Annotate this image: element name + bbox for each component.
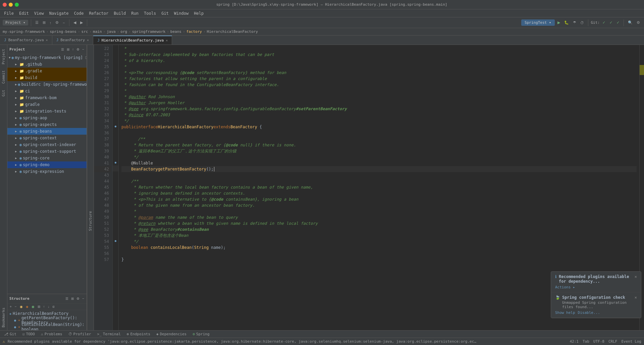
bc-beans[interactable]: beans — [170, 29, 181, 34]
struct-add[interactable]: + — [9, 304, 13, 309]
git-push[interactable]: ✓ — [615, 20, 621, 25]
tree-item-buildsrc[interactable]: ▶ ◉ buildSrc [my-spring-framework.buildS… — [7, 81, 87, 88]
tree-item-spring-core[interactable]: ▶ ◉ spring-core — [7, 155, 87, 161]
tree-item-spring-beans[interactable]: ▶ ◉ spring-beans — [7, 128, 87, 135]
tab-close-3[interactable]: ✕ — [166, 39, 168, 42]
menu-tools[interactable]: Tools — [141, 10, 159, 16]
project-toolbar-settings[interactable]: ⚙ — [75, 47, 80, 52]
tree-item-ci[interactable]: ▶ 📁 ci — [7, 88, 87, 94]
bc-springframework[interactable]: springframework — [132, 29, 165, 34]
status-encoding[interactable]: UTF-8 — [593, 339, 604, 344]
menu-navigate[interactable]: Navigate — [47, 10, 71, 16]
project-dropdown[interactable]: Project ▾ — [3, 20, 28, 25]
side-tab-commit[interactable]: Commit — [0, 68, 7, 86]
toolbar-btn-2[interactable]: ⊞ — [41, 20, 47, 25]
bc-factory[interactable]: factory — [186, 29, 202, 34]
git-check[interactable]: ✓ — [601, 20, 607, 25]
tree-item-integration-tests[interactable]: ▶ 📁 integration-tests — [7, 108, 87, 115]
notif-spring-close[interactable]: ✕ — [635, 295, 637, 300]
root-arrow[interactable]: ▼ — [9, 56, 10, 59]
tool-spring[interactable]: ⚙ Spring — [190, 332, 212, 337]
run-button[interactable]: ▶ — [556, 20, 561, 25]
integration-arrow[interactable]: ▶ — [15, 110, 18, 113]
tool-profiler[interactable]: ⏱ Profiler — [66, 332, 94, 337]
tool-problems[interactable]: ⚠ Problems — [38, 332, 65, 337]
toolbar-back[interactable]: ◀ — [72, 20, 77, 25]
tree-item-spring-aop[interactable]: ▶ ◉ spring-aop — [7, 115, 87, 121]
status-event-log[interactable]: Event Log — [621, 339, 641, 344]
tab-close-2[interactable]: ✕ — [87, 38, 89, 42]
project-toolbar-layout[interactable]: ☰ — [60, 47, 65, 52]
tree-item-spring-expression[interactable]: ▶ ◉ spring-expression — [7, 168, 87, 175]
tree-item-gradle-hidden[interactable]: ▶ 📁 .gradle — [7, 68, 87, 74]
tab-beanfactory[interactable]: J BeanFactory ✕ — [52, 36, 94, 45]
notif-show-help[interactable]: Show help — [555, 310, 575, 315]
bc-module[interactable]: spring-beans — [50, 29, 76, 34]
notif-actions-link[interactable]: Actions ▸ — [555, 285, 575, 289]
spring-aspects-arrow[interactable]: ▶ — [15, 123, 18, 126]
tool-dependencies[interactable]: ◈ Dependencies — [154, 332, 189, 337]
tab-hierarchicalbeanfactory[interactable]: J HierarchicalBeanFactory.java ✕ — [93, 36, 172, 45]
menu-view[interactable]: View — [32, 10, 47, 16]
git-branch[interactable]: ✓ — [608, 20, 614, 25]
project-toolbar-collapse[interactable]: ↑ — [71, 47, 75, 52]
tree-item-github[interactable]: ▶ 📁 .github — [7, 61, 87, 68]
menu-edit[interactable]: Edit — [16, 10, 32, 16]
spring-cs-arrow[interactable]: ▶ — [15, 150, 18, 153]
spring-test-dropdown[interactable]: SpringTest ▾ — [521, 19, 554, 26]
spring-core-arrow[interactable]: ▶ — [15, 156, 18, 160]
struct-btn7[interactable]: α — [52, 304, 56, 309]
spring-context-arrow[interactable]: ▶ — [15, 136, 18, 140]
tree-item-spring-demo[interactable]: ▶ ◉ spring-demo — [7, 161, 87, 168]
menu-git[interactable]: Git — [159, 10, 171, 16]
gradle-hidden-arrow[interactable]: ▶ — [15, 69, 18, 73]
structure-side-tab[interactable]: Structure — [87, 45, 94, 330]
tree-item-spring-context-indexer[interactable]: ▶ ◉ spring-context-indexer — [7, 141, 87, 148]
search-everywhere[interactable]: 🔍 — [627, 20, 634, 25]
bc-file[interactable]: HierarchicalBeanFactory — [207, 29, 258, 34]
tree-item-framework-bom[interactable]: ▶ 📁 framework-bom — [7, 94, 87, 101]
minimize-icon[interactable] — [9, 3, 13, 7]
notif-disable[interactable]: Disable... — [578, 310, 600, 315]
spring-aop-arrow[interactable]: ▶ — [15, 116, 18, 120]
project-toolbar-expand[interactable]: ⊞ — [66, 47, 70, 52]
side-tab-bookmarks[interactable]: Bookmarks — [0, 305, 7, 330]
toolbar-settings[interactable]: ⚙ — [54, 20, 60, 25]
tool-git[interactable]: ⎇ Git — [1, 332, 19, 337]
menu-window[interactable]: Window — [171, 10, 191, 16]
menu-code[interactable]: Code — [71, 10, 87, 16]
status-tab[interactable]: Tab — [583, 339, 589, 344]
spring-ci-arrow[interactable]: ▶ — [15, 143, 18, 146]
spring-demo-arrow[interactable]: ▶ — [15, 163, 18, 166]
tool-todo[interactable]: ☑ TODO — [20, 332, 38, 337]
struct-btn3[interactable]: ◉ — [31, 304, 36, 309]
settings-btn[interactable]: ⚙ — [635, 20, 641, 25]
maximize-icon[interactable] — [15, 3, 19, 7]
tool-terminal[interactable]: >_ Terminal — [95, 332, 123, 337]
side-tab-git[interactable]: Git — [0, 87, 7, 99]
tree-item-build[interactable]: ▶ 📁 build — [7, 74, 87, 81]
bc-main[interactable]: main — [93, 29, 102, 34]
tree-item-gradle[interactable]: ▶ 📁 gradle — [7, 101, 87, 108]
spring-beans-arrow[interactable]: ▶ — [15, 130, 18, 133]
struct-btn1[interactable]: ◉ — [19, 304, 24, 309]
struct-remove[interactable]: − — [14, 304, 18, 309]
github-arrow[interactable]: ▶ — [15, 63, 18, 66]
bc-java[interactable]: java — [107, 29, 116, 34]
menu-build[interactable]: Build — [111, 10, 128, 16]
project-toolbar-close[interactable]: − — [81, 47, 85, 52]
bc-src[interactable]: src — [82, 29, 88, 34]
status-line-col[interactable]: 42:1 — [570, 339, 579, 344]
struct-btn4[interactable]: ⊞ — [37, 304, 41, 309]
struct-method-contains[interactable]: ● + containsLocalBean(String): boolean — [7, 324, 87, 330]
close-icon[interactable] — [3, 3, 7, 7]
spring-expression-arrow[interactable]: ▶ — [15, 170, 18, 173]
tool-endpoints[interactable]: ⊕ Endpoints — [124, 332, 153, 337]
struct-btn6[interactable]: ↓ — [47, 304, 51, 309]
notif-plugins-close[interactable]: ✕ — [635, 274, 637, 279]
structure-layout[interactable]: ☰ — [64, 296, 69, 301]
debug-button[interactable]: 🐛 — [563, 20, 570, 25]
bc-org[interactable]: org — [120, 29, 127, 34]
gradle-arrow[interactable]: ▶ — [15, 103, 18, 106]
tab-close-1[interactable]: ✕ — [46, 38, 48, 42]
